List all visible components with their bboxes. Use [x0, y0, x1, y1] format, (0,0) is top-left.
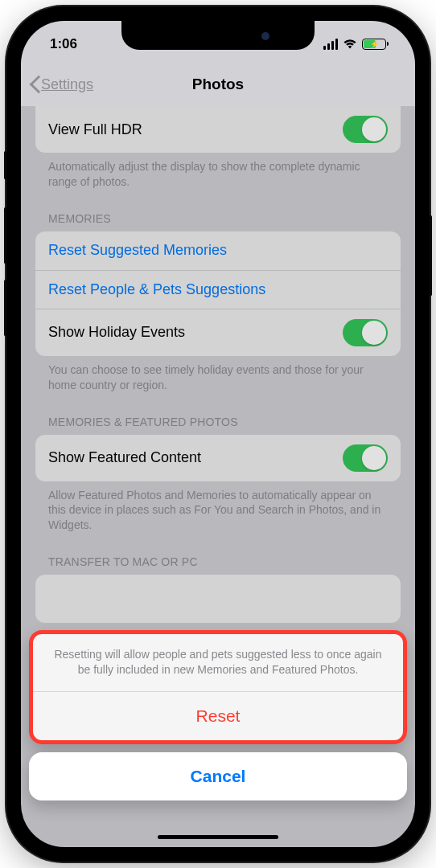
page-title: Photos: [192, 76, 244, 93]
back-button[interactable]: Settings: [29, 76, 93, 93]
status-right: ⚡: [323, 34, 386, 50]
featured-header: MEMORIES & FEATURED PHOTOS: [48, 416, 388, 428]
transfer-header: TRANSFER TO MAC OR PC: [48, 555, 388, 568]
hdr-group: View Full HDR: [35, 106, 401, 153]
battery-icon: ⚡: [362, 39, 386, 50]
featured-label: Show Featured Content: [48, 449, 201, 466]
home-indicator[interactable]: [158, 835, 278, 839]
phone-screen: 1:06 ⚡ Settings Photos: [21, 21, 415, 847]
transfer-group: [35, 575, 401, 623]
navigation-bar: Settings Photos: [21, 63, 415, 106]
charging-icon: ⚡: [370, 40, 379, 48]
hdr-footer: Automatically adjust the display to show…: [48, 159, 388, 190]
holiday-footer: You can choose to see timely holiday eve…: [48, 362, 388, 393]
memories-header: MEMORIES: [48, 212, 388, 225]
chevron-left-icon: [29, 76, 39, 93]
reset-people-pets-row[interactable]: Reset People & Pets Suggestions: [35, 270, 401, 309]
cellular-signal-icon: [323, 39, 338, 50]
notch: [121, 21, 315, 50]
back-label: Settings: [41, 76, 93, 93]
memories-group: Reset Suggested Memories Reset People & …: [35, 231, 401, 356]
hdr-toggle[interactable]: [343, 116, 388, 143]
cancel-sheet: Cancel: [29, 752, 407, 800]
phone-frame: 1:06 ⚡ Settings Photos: [6, 6, 430, 862]
featured-group: Show Featured Content: [35, 435, 401, 481]
reset-memories-label: Reset Suggested Memories: [48, 242, 227, 259]
holiday-toggle[interactable]: [343, 319, 388, 346]
featured-toggle[interactable]: [343, 444, 388, 472]
mute-switch: [4, 151, 6, 179]
wifi-icon: [343, 39, 357, 50]
volume-down-button: [4, 280, 6, 336]
action-sheet-container: Resetting will allow people and pets sug…: [21, 630, 415, 847]
reset-suggested-memories-row[interactable]: Reset Suggested Memories: [35, 231, 401, 270]
power-button: [430, 215, 432, 296]
featured-footer: Allow Featured Photos and Memories to au…: [48, 488, 388, 534]
reset-button[interactable]: Reset: [33, 692, 403, 740]
reset-people-label: Reset People & Pets Suggestions: [48, 281, 265, 298]
action-sheet: Resetting will allow people and pets sug…: [29, 630, 407, 744]
show-holiday-events-row[interactable]: Show Holiday Events: [35, 309, 401, 356]
view-full-hdr-row[interactable]: View Full HDR: [35, 106, 401, 153]
status-time: 1:06: [50, 31, 77, 52]
action-sheet-message: Resetting will allow people and pets sug…: [33, 634, 403, 692]
holiday-label: Show Holiday Events: [48, 324, 185, 341]
cancel-button[interactable]: Cancel: [29, 752, 407, 800]
view-full-hdr-label: View Full HDR: [48, 121, 142, 138]
show-featured-content-row[interactable]: Show Featured Content: [35, 435, 401, 481]
volume-up-button: [4, 207, 6, 264]
